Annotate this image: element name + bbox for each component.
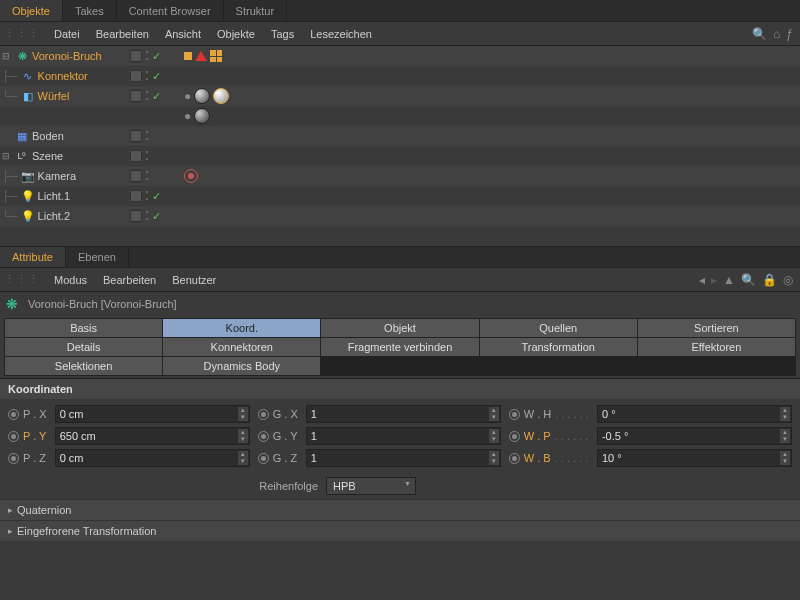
input-gz[interactable]: 1▲▼ bbox=[306, 449, 501, 467]
atab-selektionen[interactable]: Selektionen bbox=[5, 357, 162, 375]
menu-bearbeiten[interactable]: Bearbeiten bbox=[95, 268, 164, 291]
tab-content-browser[interactable]: Content Browser bbox=[117, 0, 224, 21]
function-icon[interactable]: ƒ bbox=[786, 27, 793, 41]
anim-radio[interactable] bbox=[509, 453, 520, 464]
obj-name[interactable]: Boden bbox=[32, 130, 64, 142]
menu-tags[interactable]: Tags bbox=[263, 22, 302, 45]
atab-sortieren[interactable]: Sortieren bbox=[638, 319, 795, 337]
tab-struktur[interactable]: Struktur bbox=[224, 0, 288, 21]
obj-name[interactable]: Licht.2 bbox=[38, 210, 70, 222]
layer-box[interactable] bbox=[130, 190, 142, 202]
spinner-up[interactable]: ▲ bbox=[489, 451, 499, 458]
atab-dynamics[interactable]: Dynamics Body bbox=[163, 357, 320, 375]
tree-row-licht2[interactable]: └─ 💡 Licht.2 ⁚ ✓ bbox=[0, 206, 800, 226]
atab-transformation[interactable]: Transformation bbox=[480, 338, 637, 356]
material-tag[interactable] bbox=[194, 88, 210, 104]
expander-icon[interactable]: ⊟ bbox=[2, 151, 12, 161]
atab-objekt[interactable]: Objekt bbox=[321, 319, 478, 337]
layer-box[interactable] bbox=[130, 90, 142, 102]
obj-name[interactable]: Konnektor bbox=[38, 70, 88, 82]
tree-row-kamera[interactable]: ├─ 📷 Kamera ⁚ bbox=[0, 166, 800, 186]
vis-dot[interactable]: ⁚ bbox=[145, 129, 149, 143]
atab-details[interactable]: Details bbox=[5, 338, 162, 356]
tab-attribute[interactable]: Attribute bbox=[0, 247, 66, 267]
tree-row-wuerfel[interactable]: └─ ◧ Würfel ⁚ ✓ ● bbox=[0, 86, 800, 106]
obj-name[interactable]: Würfel bbox=[38, 90, 70, 102]
enable-check[interactable]: ✓ bbox=[152, 210, 161, 223]
layer-box[interactable] bbox=[130, 50, 142, 62]
vis-dot[interactable]: ⁚ bbox=[145, 189, 149, 203]
tab-takes[interactable]: Takes bbox=[63, 0, 117, 21]
spinner-down[interactable]: ▼ bbox=[780, 458, 790, 465]
menu-bearbeiten[interactable]: Bearbeiten bbox=[88, 22, 157, 45]
atab-konnektoren[interactable]: Konnektoren bbox=[163, 338, 320, 356]
atab-quellen[interactable]: Quellen bbox=[480, 319, 637, 337]
anim-radio[interactable] bbox=[8, 409, 19, 420]
menu-datei[interactable]: Datei bbox=[46, 22, 88, 45]
search-icon[interactable]: 🔍 bbox=[741, 273, 756, 287]
spinner-down[interactable]: ▼ bbox=[780, 436, 790, 443]
tab-objekte[interactable]: Objekte bbox=[0, 0, 63, 21]
obj-name[interactable]: Kamera bbox=[38, 170, 77, 182]
vis-dot[interactable]: ⁚ bbox=[145, 89, 149, 103]
tab-ebenen[interactable]: Ebenen bbox=[66, 247, 129, 267]
up-icon[interactable]: ▲ bbox=[723, 273, 735, 287]
layer-box[interactable] bbox=[130, 70, 142, 82]
spinner-down[interactable]: ▼ bbox=[238, 458, 248, 465]
tag-icon[interactable] bbox=[195, 51, 207, 61]
anim-radio[interactable] bbox=[8, 453, 19, 464]
menu-benutzer[interactable]: Benutzer bbox=[164, 268, 224, 291]
lock-icon[interactable]: 🔒 bbox=[762, 273, 777, 287]
enable-check[interactable]: ✓ bbox=[152, 50, 161, 63]
atab-basis[interactable]: Basis bbox=[5, 319, 162, 337]
spinner-down[interactable]: ▼ bbox=[238, 414, 248, 421]
anim-radio[interactable] bbox=[509, 409, 520, 420]
tag-dot[interactable]: ● bbox=[184, 109, 191, 123]
menu-lesezeichen[interactable]: Lesezeichen bbox=[302, 22, 380, 45]
spinner-up[interactable]: ▲ bbox=[780, 429, 790, 436]
tree-row-konnektor[interactable]: ├─ ∿ Konnektor ⁚ ✓ bbox=[0, 66, 800, 86]
vis-dot[interactable]: ⁚ bbox=[145, 149, 149, 163]
obj-name[interactable]: Licht.1 bbox=[38, 190, 70, 202]
tree-row-licht1[interactable]: ├─ 💡 Licht.1 ⁚ ✓ bbox=[0, 186, 800, 206]
anim-radio[interactable] bbox=[258, 453, 269, 464]
input-wh[interactable]: 0 °▲▼ bbox=[597, 405, 792, 423]
tree-row-boden[interactable]: ▦ Boden ⁚ bbox=[0, 126, 800, 146]
input-wb[interactable]: 10 °▲▼ bbox=[597, 449, 792, 467]
section-quaternion[interactable]: ▸ Quaternion bbox=[0, 499, 800, 520]
material-tag[interactable] bbox=[213, 88, 229, 104]
spinner-down[interactable]: ▼ bbox=[238, 436, 248, 443]
obj-name[interactable]: Szene bbox=[32, 150, 63, 162]
vis-dot[interactable]: ⁚ bbox=[145, 169, 149, 183]
input-px[interactable]: 0 cm▲▼ bbox=[55, 405, 250, 423]
back-icon[interactable]: ◂ bbox=[699, 273, 705, 287]
vis-dot[interactable]: ⁚ bbox=[145, 69, 149, 83]
atab-koord[interactable]: Koord. bbox=[163, 319, 320, 337]
tag-icon[interactable] bbox=[184, 52, 192, 60]
layer-box[interactable] bbox=[130, 210, 142, 222]
layer-box[interactable] bbox=[130, 150, 142, 162]
layer-box[interactable] bbox=[130, 130, 142, 142]
spinner-down[interactable]: ▼ bbox=[489, 414, 499, 421]
search-icon[interactable]: 🔍 bbox=[752, 27, 767, 41]
spinner-down[interactable]: ▼ bbox=[489, 436, 499, 443]
anim-radio[interactable] bbox=[509, 431, 520, 442]
forward-icon[interactable]: ▸ bbox=[711, 273, 717, 287]
target-tag[interactable] bbox=[184, 169, 198, 183]
spinner-up[interactable]: ▲ bbox=[489, 407, 499, 414]
anim-radio[interactable] bbox=[258, 431, 269, 442]
vis-dot[interactable]: ⁚ bbox=[145, 209, 149, 223]
spinner-up[interactable]: ▲ bbox=[238, 451, 248, 458]
spinner-up[interactable]: ▲ bbox=[238, 429, 248, 436]
material-tag[interactable] bbox=[194, 108, 210, 124]
enable-check[interactable]: ✓ bbox=[152, 90, 161, 103]
tree-row-szene[interactable]: ⊟ L⁰ Szene ⁚ bbox=[0, 146, 800, 166]
layer-box[interactable] bbox=[130, 170, 142, 182]
menu-objekte[interactable]: Objekte bbox=[209, 22, 263, 45]
spinner-up[interactable]: ▲ bbox=[489, 429, 499, 436]
anim-radio[interactable] bbox=[258, 409, 269, 420]
menu-modus[interactable]: Modus bbox=[46, 268, 95, 291]
obj-name[interactable]: Voronoi-Bruch bbox=[32, 50, 102, 62]
input-gy[interactable]: 1▲▼ bbox=[306, 427, 501, 445]
atab-effektoren[interactable]: Effektoren bbox=[638, 338, 795, 356]
